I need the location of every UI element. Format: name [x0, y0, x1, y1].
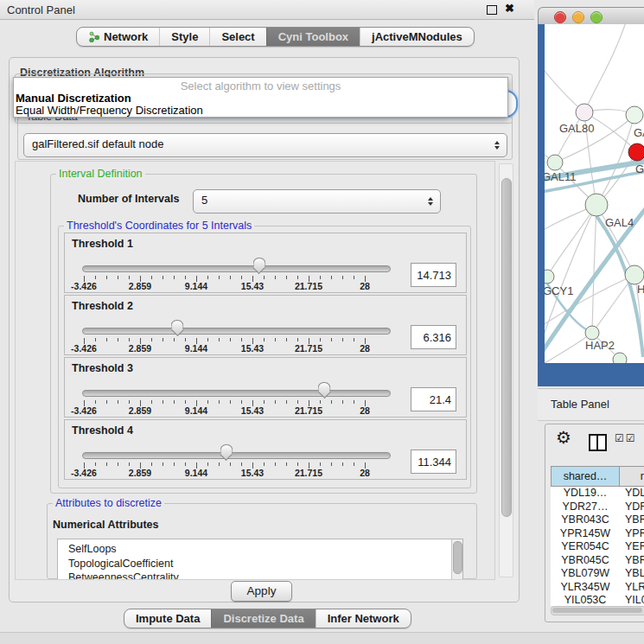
network-node-g-partial-top[interactable] — [626, 106, 643, 124]
tab-discretize-data[interactable]: Discretize Data — [211, 609, 315, 628]
network-node-hap2[interactable] — [585, 326, 599, 340]
threshold-value-field[interactable]: 11.344 — [411, 450, 456, 474]
threshold-label: Threshold 3 — [72, 362, 133, 374]
cell-name[interactable]: YBL07 — [620, 567, 644, 579]
cell-name[interactable]: YBR04 — [620, 513, 644, 526]
cell-shared-name[interactable]: YDL19… — [551, 487, 620, 499]
table-row[interactable]: YDL19…YDL19 — [551, 487, 644, 501]
tick-label: 28 — [360, 468, 370, 478]
tab-network[interactable]: Network — [77, 28, 159, 46]
cell-shared-name[interactable]: YPR145W — [551, 527, 620, 539]
cell-name[interactable]: YIL05 — [620, 594, 644, 606]
table-row[interactable]: YDR27…YDR27 — [551, 501, 644, 514]
algorithm-option[interactable]: Equal Width/Frequency Discretization — [16, 104, 203, 117]
slider-handle[interactable] — [318, 382, 331, 399]
tab-style[interactable]: Style — [159, 28, 209, 46]
network-edge[interactable] — [584, 24, 627, 112]
attribute-item[interactable]: SelfLoops — [58, 542, 462, 557]
panel-scrollbar-thumb[interactable] — [501, 178, 512, 517]
slider-handle[interactable] — [252, 258, 265, 275]
tick-label: 9.144 — [185, 468, 207, 478]
cell-name[interactable]: YBR04 — [620, 554, 644, 566]
close-traffic-light-icon[interactable] — [554, 11, 566, 23]
network-node-bottom-partial[interactable] — [613, 353, 627, 363]
network-node-red-node[interactable] — [628, 143, 644, 161]
cell-shared-name[interactable]: YLR345W — [551, 581, 620, 593]
threshold-value-field[interactable]: 6.316 — [411, 325, 456, 349]
node-label: G — [635, 163, 644, 175]
window-bottom-strip — [0, 632, 644, 644]
columns-icon[interactable] — [589, 434, 607, 451]
slider-track[interactable] — [82, 265, 391, 272]
slider-track[interactable] — [82, 452, 391, 459]
cell-name[interactable]: YPR14 — [620, 527, 644, 539]
algorithm-dropdown-popup: Select algorithm to view settings Manual… — [13, 77, 508, 118]
minimize-traffic-light-icon[interactable] — [572, 11, 584, 23]
apply-button[interactable]: Apply — [231, 581, 292, 602]
cell-shared-name[interactable]: YBR043C — [551, 513, 620, 526]
table-row[interactable]: YBL079WYBL07 — [551, 567, 644, 581]
slider-track[interactable] — [82, 328, 391, 335]
table-row[interactable]: YBR043CYBR04 — [551, 513, 644, 527]
cell-name[interactable]: YLR34 — [620, 581, 644, 593]
threshold-value-field[interactable]: 14.713 — [411, 263, 456, 287]
table-hscrollbar[interactable] — [551, 606, 644, 615]
gear-icon[interactable]: ⚙ — [556, 427, 571, 448]
close-icon[interactable]: ✖ — [505, 2, 514, 15]
table-row[interactable]: YLR345WYLR34 — [551, 581, 644, 595]
cell-shared-name[interactable]: YBL079W — [551, 567, 620, 579]
network-edge[interactable] — [545, 66, 584, 112]
network-node-gal4[interactable] — [585, 194, 608, 216]
network-node-gal11[interactable] — [547, 155, 563, 170]
cell-shared-name[interactable]: YDR27… — [551, 501, 620, 513]
float-window-icon[interactable] — [487, 5, 497, 15]
combo-stepper-icon — [494, 141, 500, 150]
checkbox-icons[interactable]: ☑☑ — [615, 432, 637, 444]
slider-handle[interactable] — [220, 444, 233, 462]
column-header-name[interactable]: name — [620, 466, 644, 487]
algorithm-placeholder: Select algorithm to view settings — [14, 80, 507, 92]
cell-shared-name[interactable]: YBR045C — [551, 554, 620, 566]
column-header-shared-name[interactable]: shared… — [551, 466, 620, 487]
network-window-titlebar[interactable] — [538, 7, 644, 26]
tab-jactivemnodules[interactable]: jActiveMNodules — [360, 28, 474, 46]
cell-shared-name[interactable]: YER054C — [551, 540, 620, 552]
panel-scrollbar[interactable] — [499, 163, 513, 577]
network-canvas[interactable]: GAL80GAGGAL11GAL4GCY1HHAP2 — [545, 24, 644, 363]
list-scrollbar[interactable] — [451, 539, 462, 580]
thresholds-group: Threshold's Coordinates for 5 Intervals … — [58, 226, 471, 488]
cell-shared-name[interactable]: YIL053C — [551, 594, 620, 606]
tick-label: 15.43 — [241, 405, 264, 416]
tab-impute-data[interactable]: Impute Data — [124, 609, 211, 628]
numerical-attributes-list[interactable]: SelfLoopsTopologicalCoefficientBetweenne… — [57, 539, 463, 580]
threshold-value-field[interactable]: 21.4 — [411, 387, 456, 411]
slider-track[interactable] — [82, 390, 391, 397]
cell-name[interactable]: YDL19 — [620, 487, 644, 499]
tab-cyni-toolbox[interactable]: Cyni Toolbox — [266, 28, 360, 46]
cyni-toolbox-panel: Discretization Algorithm Select algorith… — [9, 57, 520, 603]
network-edge[interactable] — [592, 205, 596, 333]
table-data-combo[interactable]: galFiltered.sif default node — [23, 133, 507, 157]
attribute-item[interactable]: BetweennessCentrality — [58, 571, 462, 580]
network-node-h-partial[interactable] — [625, 265, 644, 284]
tick-label: 28 — [360, 281, 370, 291]
cell-name[interactable]: YER05 — [620, 540, 644, 552]
num-intervals-combo[interactable]: 5 — [193, 189, 441, 214]
attribute-item[interactable]: TopologicalCoefficient — [58, 557, 462, 571]
zoom-traffic-light-icon[interactable] — [590, 11, 603, 23]
network-edge[interactable] — [596, 115, 634, 205]
algorithm-option[interactable]: Manual Discretization — [16, 92, 131, 105]
table-row[interactable]: YER054CYER05 — [551, 540, 644, 554]
slider-handle[interactable] — [171, 320, 184, 337]
network-node-gal80[interactable] — [576, 104, 593, 121]
cyni-mode-tabs: Impute DataDiscretize DataInfer Network — [124, 609, 411, 628]
tab-infer-network[interactable]: Infer Network — [316, 609, 411, 628]
table-row[interactable]: YPR145WYPR14 — [551, 527, 644, 541]
node-table[interactable]: shared… name YDL19…YDL19YDR27…YDR27YBR04… — [551, 466, 644, 606]
threshold-label: Threshold 1 — [72, 238, 133, 250]
cell-name[interactable]: YDR27 — [620, 501, 644, 513]
tick-label: 9.144 — [185, 281, 207, 291]
tab-select[interactable]: Select — [209, 28, 265, 46]
network-node-gcy1[interactable] — [545, 270, 554, 284]
table-row[interactable]: YBR045CYBR04 — [551, 554, 644, 568]
